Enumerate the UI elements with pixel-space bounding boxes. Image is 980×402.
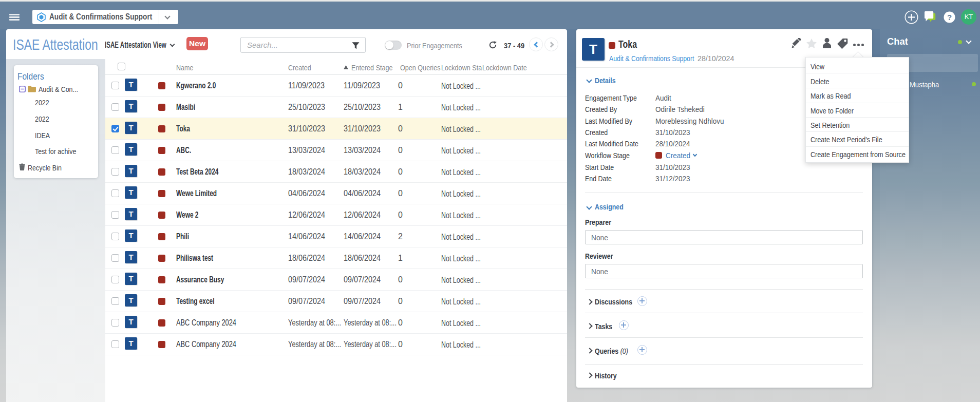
svg-text:?: ? (947, 13, 952, 22)
